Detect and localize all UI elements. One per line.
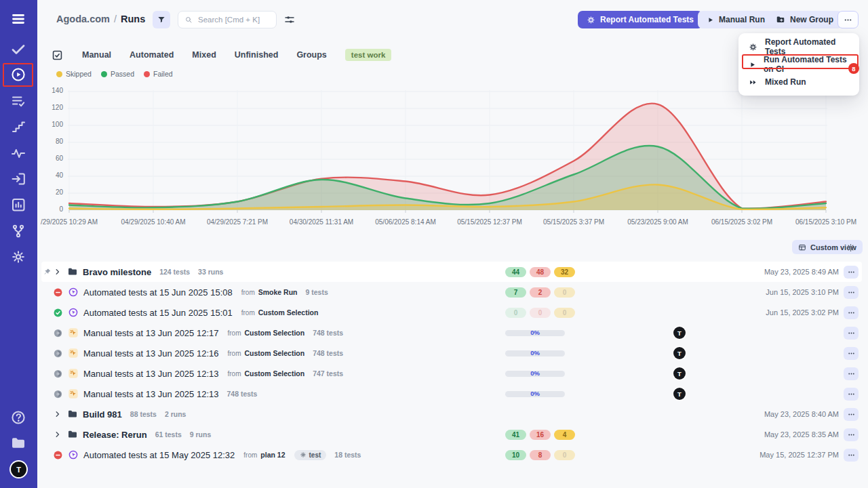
sidebar: T <box>0 0 37 488</box>
plans-list-check-icon[interactable] <box>10 93 26 109</box>
menu-item-report-automated-tests[interactable]: Report Automated Tests <box>738 38 859 56</box>
tests-check-icon[interactable] <box>10 41 26 57</box>
row-more-button[interactable] <box>844 327 859 340</box>
result-badges: 000 <box>505 308 575 318</box>
row-more-button[interactable] <box>844 388 859 401</box>
new-group-button[interactable]: New Group <box>767 11 842 28</box>
test-results-chart <box>68 90 827 214</box>
status-passed-icon <box>53 308 63 318</box>
report-automated-tests-button[interactable]: Report Automated Tests <box>578 11 703 28</box>
run-row[interactable]: Automated tests at 15 Jun 2025 15:01from… <box>41 302 862 323</box>
spark-gear-icon <box>749 43 757 52</box>
status-pending-icon <box>53 369 63 379</box>
folder-icon <box>67 266 78 277</box>
run-group-row[interactable]: Bravo milestone124 tests33 runs444832May… <box>41 262 862 282</box>
row-more-button[interactable] <box>844 306 859 319</box>
run-row[interactable]: Manual tests at 13 Jun 2025 12:16fromCus… <box>41 343 862 363</box>
run-title: Manual tests at 13 Jun 2025 12:17 <box>83 328 218 338</box>
chevron-right-icon[interactable] <box>53 267 62 277</box>
skipped-dot-icon <box>56 71 62 77</box>
tab-mixed[interactable]: Mixed <box>192 50 216 60</box>
row-more-button[interactable] <box>844 286 859 299</box>
manual-run-button[interactable]: Manual Run <box>698 11 774 28</box>
tab-unfinished[interactable]: Unfinished <box>235 50 279 60</box>
tab-automated[interactable]: Automated <box>130 50 174 60</box>
result-badges: 444832 <box>505 267 575 277</box>
row-more-button[interactable] <box>844 367 859 380</box>
run-group-row[interactable]: Build 98188 tests2 runsMay 23, 2025 8:40… <box>41 404 862 424</box>
row-more-button[interactable] <box>844 266 859 279</box>
ellipsis-icon <box>847 329 856 338</box>
help-icon[interactable] <box>10 409 26 426</box>
branches-icon[interactable] <box>10 223 26 239</box>
x-axis-tick-label: 05/06/2025 8:14 AM <box>375 218 436 226</box>
run-group-row[interactable]: Release: Rerun61 tests9 runs41164May 23,… <box>41 424 862 445</box>
run-row[interactable]: Manual tests at 13 Jun 2025 12:13748 tes… <box>41 384 862 404</box>
analytics-chart-icon[interactable] <box>10 197 26 213</box>
play-icon <box>707 16 714 24</box>
tests-count: 747 tests <box>313 369 343 378</box>
ellipsis-icon <box>847 288 856 297</box>
menu-item-label: Report Automated Tests <box>765 37 849 56</box>
run-date: May 23, 2025 8:35 AM <box>764 430 839 439</box>
x-axis-tick-label: 04/29/2025 7:21 PM <box>207 218 268 226</box>
run-title: Automated tests at 15 Jun 2025 15:08 <box>83 287 233 298</box>
row-more-button[interactable] <box>844 408 859 421</box>
skipped-count-badge: 0 <box>554 287 575 298</box>
y-axis-tick-label: 40 <box>37 171 63 179</box>
passed-count-badge: 0 <box>505 308 526 318</box>
run-row[interactable]: Manual tests at 13 Jun 2025 12:17fromCus… <box>41 323 862 343</box>
legend-failed: Failed <box>144 70 173 78</box>
select-runs-icon[interactable] <box>51 49 64 62</box>
run-title: Manual tests at 13 Jun 2025 12:13 <box>83 389 218 399</box>
row-more-button[interactable] <box>844 347 859 360</box>
from-label: from <box>241 309 255 317</box>
import-icon[interactable] <box>10 171 26 187</box>
run-row[interactable]: Automated tests at 15 Jun 2025 15:08from… <box>41 282 862 302</box>
projects-folder-icon[interactable] <box>10 435 26 451</box>
view-settings-gear-icon[interactable] <box>846 243 856 253</box>
tag-badge-test-work[interactable]: test work <box>345 49 392 61</box>
breadcrumb-project[interactable]: Agoda.com <box>56 14 110 24</box>
run-row[interactable]: Manual tests at 13 Jun 2025 12:13fromCus… <box>41 363 862 384</box>
assignee-avatar[interactable]: T <box>673 388 686 400</box>
more-actions-button[interactable] <box>837 11 859 28</box>
manual-run-icon <box>68 388 79 399</box>
run-date: Jun 15, 2025 3:02 PM <box>766 308 839 317</box>
user-avatar[interactable]: T <box>11 462 26 477</box>
assignee-avatar[interactable]: T <box>673 367 686 380</box>
search-input[interactable] <box>197 15 270 24</box>
search-box[interactable] <box>178 11 277 28</box>
tab-groups[interactable]: Groups <box>296 50 326 60</box>
from-source: Custom Selection <box>244 349 304 357</box>
progress-bar: 0% <box>505 350 565 357</box>
x-axis-tick-label: 04/29/2025 10:40 AM <box>121 218 185 226</box>
x-axis-tick-label: 06/15/2025 3:02 PM <box>711 218 772 226</box>
activity-pulse-icon[interactable] <box>10 145 26 161</box>
menu-item-mixed-run[interactable]: Mixed Run <box>738 73 859 91</box>
sliders-icon[interactable] <box>283 14 296 26</box>
run-date: May 23, 2025 8:49 AM <box>764 268 839 276</box>
row-more-button[interactable] <box>844 428 859 441</box>
menu-icon[interactable] <box>10 11 26 27</box>
row-more-button[interactable] <box>844 449 859 462</box>
tab-manual[interactable]: Manual <box>82 50 111 60</box>
assignee-avatar[interactable]: T <box>673 347 686 359</box>
table-icon <box>798 243 806 251</box>
run-row[interactable]: Automated tests at 15 May 2025 12:32from… <box>41 445 862 465</box>
tests-count: 748 tests <box>313 349 343 357</box>
progress-bar: 0% <box>505 371 565 377</box>
milestones-steps-icon[interactable] <box>10 119 26 135</box>
legend-passed: Passed <box>101 70 134 78</box>
ellipsis-icon <box>847 410 856 419</box>
runs-play-circle-icon[interactable] <box>10 66 26 83</box>
pin-icon[interactable] <box>43 268 52 276</box>
chevron-right-icon[interactable] <box>53 409 62 419</box>
settings-gear-icon[interactable] <box>10 249 26 265</box>
run-title: Automated tests at 15 Jun 2025 15:01 <box>83 308 233 318</box>
tests-count: 748 tests <box>226 390 257 398</box>
chevron-right-icon[interactable] <box>53 430 62 439</box>
assignee-avatar[interactable]: T <box>673 327 686 339</box>
menu-item-run-automated-tests-on-ci[interactable]: Run Automated Tests on CI <box>738 56 859 73</box>
filter-button[interactable] <box>153 11 170 28</box>
